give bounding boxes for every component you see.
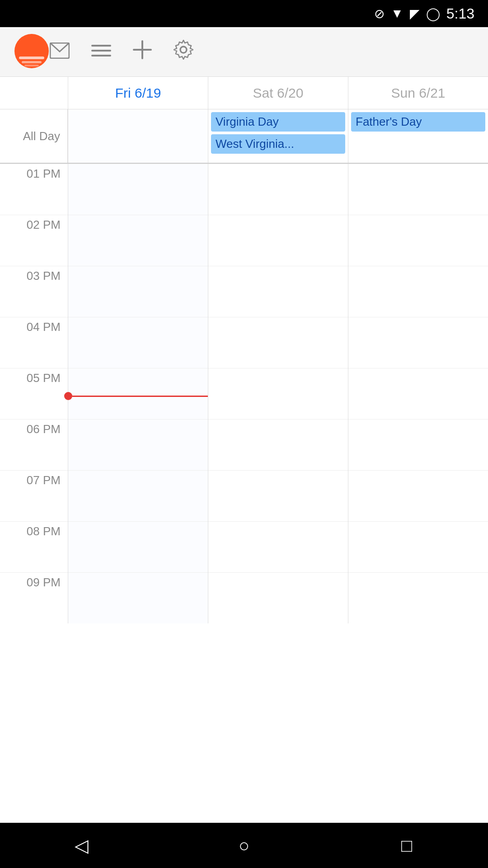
fathers-day-event[interactable]: Father's Day [351,112,485,132]
time-01pm: 01 PM [0,164,68,215]
day-headers: Fri 6/19 Sat 6/20 Sun 6/21 [0,77,488,109]
sun-05pm[interactable] [348,368,488,419]
sun-04pm[interactable] [348,317,488,368]
svg-rect-6 [91,50,111,52]
svg-rect-7 [91,55,111,57]
fri-05pm[interactable] [68,368,208,419]
status-icons: ⊘ ▼ ◤ ◯ 5:13 [374,5,474,22]
time-08pm: 08 PM [0,521,68,572]
app-logo[interactable] [14,33,50,71]
days-container [68,164,488,623]
home-button[interactable]: ○ [226,827,262,863]
day-header-fri[interactable]: Fri 6/19 [68,77,208,109]
svg-rect-9 [133,49,152,51]
sun-01pm[interactable] [348,164,488,215]
sat-07pm[interactable] [208,470,348,521]
battery-icon: ◯ [426,6,440,21]
time-04pm: 04 PM [0,317,68,368]
fri-06pm[interactable] [68,419,208,470]
day-header-sun[interactable]: Sun 6/21 [348,77,488,109]
sat-01pm[interactable] [208,164,348,215]
time-03pm: 03 PM [0,266,68,317]
svg-point-11 [180,47,187,53]
mail-icon[interactable] [50,41,70,63]
fri-07pm[interactable] [68,470,208,521]
header-actions [50,40,193,64]
sun-03pm[interactable] [348,266,488,317]
settings-icon[interactable] [174,40,193,64]
virginia-day-event[interactable]: Virginia Day [211,112,345,132]
sat-08pm[interactable] [208,521,348,572]
wifi-icon: ▼ [391,6,404,21]
time-09pm: 09 PM [0,572,68,623]
allday-fri [68,109,208,163]
sat-06pm[interactable] [208,419,348,470]
day-column-fri [68,164,208,623]
time-07pm: 07 PM [0,470,68,521]
svg-rect-3 [24,65,39,66]
day-column-sat [208,164,348,623]
sat-05pm[interactable] [208,368,348,419]
sat-04pm[interactable] [208,317,348,368]
time-06pm: 06 PM [0,419,68,470]
time-05pm: 05 PM [0,368,68,419]
sat-09pm[interactable] [208,572,348,623]
status-bar: ⊘ ▼ ◤ ◯ 5:13 [0,0,488,27]
add-icon[interactable] [133,40,152,64]
sat-03pm[interactable] [208,266,348,317]
blocked-icon: ⊘ [374,6,385,21]
day-column-sun [348,164,488,623]
west-virginia-event[interactable]: West Virginia... [211,134,345,154]
fri-01pm[interactable] [68,164,208,215]
day-header-sat[interactable]: Sat 6/20 [208,77,348,109]
fri-03pm[interactable] [68,266,208,317]
sun-09pm[interactable] [348,572,488,623]
time-gutter-header [0,77,68,109]
signal-icon: ◤ [410,6,420,21]
app-header [0,27,488,77]
allday-label: All Day [0,109,68,163]
fri-04pm[interactable] [68,317,208,368]
svg-rect-5 [91,45,111,47]
back-button[interactable]: ◁ [63,827,99,863]
fri-09pm[interactable] [68,572,208,623]
status-time: 5:13 [446,5,474,22]
allday-sun: Father's Day [348,109,488,163]
fri-02pm[interactable] [68,215,208,266]
sat-02pm[interactable] [208,215,348,266]
nav-bar: ◁ ○ □ [0,823,488,868]
recent-button[interactable]: □ [389,827,425,863]
sun-06pm[interactable] [348,419,488,470]
svg-rect-2 [22,61,42,63]
time-gutter: 01 PM 02 PM 03 PM 04 PM 05 PM 06 PM 07 P… [0,164,68,623]
time-02pm: 02 PM [0,215,68,266]
calendar-grid: 01 PM 02 PM 03 PM 04 PM 05 PM 06 PM 07 P… [0,164,488,623]
menu-icon[interactable] [91,41,111,63]
allday-row: All Day Virginia Day West Virginia... Fa… [0,109,488,164]
svg-rect-1 [19,57,44,59]
allday-sat: Virginia Day West Virginia... [208,109,348,163]
fri-08pm[interactable] [68,521,208,572]
sun-07pm[interactable] [348,470,488,521]
sun-08pm[interactable] [348,521,488,572]
sun-02pm[interactable] [348,215,488,266]
